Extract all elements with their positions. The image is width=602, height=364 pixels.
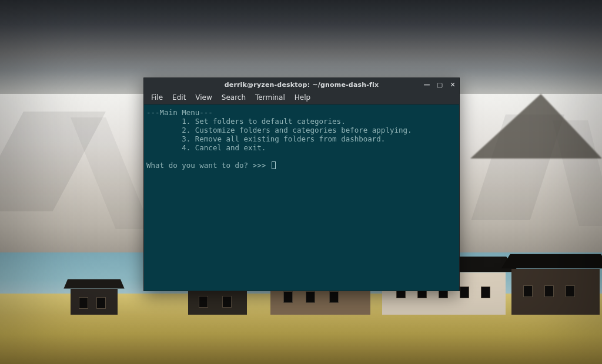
menu-edit[interactable]: Edit — [169, 92, 189, 103]
desktop-wallpaper: derrik@ryzen-desktop: ~/gnome-dash-fix —… — [0, 0, 602, 364]
window-title: derrik@ryzen-desktop: ~/gnome-dash-fix — [144, 81, 459, 89]
window-maximize-button[interactable]: ▢ — [436, 80, 444, 89]
decoration — [470, 94, 602, 159]
terminal-cursor — [272, 161, 276, 169]
menu-terminal[interactable]: Terminal — [252, 92, 289, 103]
terminal-menu-header: ---Main Menu--- — [146, 108, 213, 117]
terminal-prompt: What do you want to do? >>> — [146, 161, 270, 170]
decoration — [71, 278, 122, 315]
menu-view[interactable]: View — [192, 92, 215, 103]
menubar: File Edit View Search Terminal Help — [144, 91, 459, 105]
terminal-body[interactable]: ---Main Menu--- 1. Set folders to defaul… — [144, 105, 459, 291]
menu-search[interactable]: Search — [218, 92, 249, 103]
terminal-option-3: 3. Remove all existing folders from dash… — [182, 134, 385, 143]
window-minimize-button[interactable]: — — [423, 80, 431, 89]
decoration — [511, 252, 602, 315]
terminal-window[interactable]: derrik@ryzen-desktop: ~/gnome-dash-fix —… — [143, 77, 460, 291]
decoration — [71, 117, 151, 229]
terminal-option-4: 4. Cancel and exit. — [182, 143, 266, 152]
menu-file[interactable]: File — [148, 92, 166, 103]
window-close-button[interactable]: ✕ — [449, 80, 457, 89]
window-titlebar[interactable]: derrik@ryzen-desktop: ~/gnome-dash-fix —… — [144, 78, 459, 91]
terminal-option-1: 1. Set folders to default categories. — [182, 117, 345, 126]
menu-help[interactable]: Help — [291, 92, 314, 103]
terminal-option-2: 2. Customize folders and categories befo… — [182, 126, 412, 134]
